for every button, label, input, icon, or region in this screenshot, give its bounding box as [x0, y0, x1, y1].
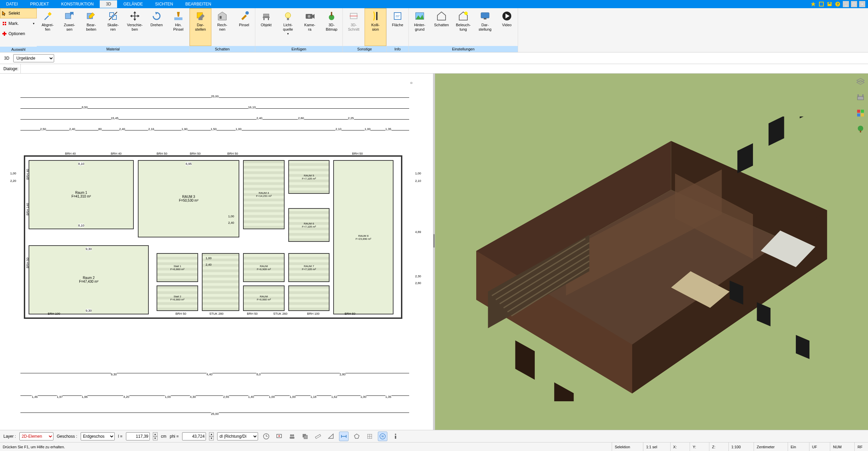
bearbeiten-button[interactable]: Bear-beiten	[80, 8, 102, 46]
object-icon	[261, 11, 272, 21]
sonstige-group-label: Sonstige	[343, 46, 386, 52]
layer-select[interactable]: 2D-Elemen	[19, 432, 53, 440]
einfuegen-group-label: Einfügen	[255, 46, 342, 52]
menu-sichten[interactable]: SICHTEN	[149, 0, 179, 8]
darstellung-button[interactable]: Dar-stellung	[474, 8, 496, 46]
clock-icon[interactable]	[261, 432, 271, 441]
cursor-icon	[2, 11, 7, 16]
darstellen-button[interactable]: Dar-stellen	[190, 8, 211, 46]
phi-input[interactable]	[182, 432, 206, 440]
video-button[interactable]: Video	[496, 8, 518, 46]
svg-rect-69	[757, 302, 770, 326]
pref-icon[interactable]	[818, 1, 824, 7]
skalieren-button[interactable]: Skalie-ren	[102, 8, 124, 46]
verschieben-button[interactable]: Verschie-ben	[124, 8, 146, 46]
furniture-icon[interactable]	[856, 93, 865, 102]
hinpinsel-button[interactable]: Hin.Pinsel	[167, 8, 189, 46]
info-icon[interactable]	[391, 432, 400, 441]
svg-rect-29	[268, 18, 269, 20]
optionen-button[interactable]: Optionen	[0, 29, 37, 39]
maximize-icon[interactable]: ☐	[851, 1, 857, 7]
assign-icon	[64, 11, 75, 21]
material-group: Abgrei-fen Zuwei-sen Bear-beiten Skalie-…	[37, 8, 190, 52]
triangle-icon[interactable]	[326, 432, 336, 441]
layer-dropdown[interactable]: Urgelände	[13, 54, 54, 62]
polygon-icon[interactable]	[352, 432, 361, 441]
l-input[interactable]	[126, 432, 150, 440]
abgreifen-button[interactable]: Abgrei-fen	[37, 8, 59, 46]
main-area: ○ 25,00 8,50 16,10 15,45 2,40 2,80 2,25 …	[0, 74, 868, 430]
flaeche-button[interactable]: m²Fläche	[387, 8, 408, 46]
status-unit: Zentimeter	[754, 442, 777, 451]
svg-rect-7	[3, 22, 4, 23]
room-4: RAUM 4 F=14,231 m²	[243, 160, 284, 229]
svg-rect-67	[800, 116, 815, 119]
minimize-icon[interactable]: _	[843, 1, 849, 7]
zuweisen-button[interactable]: Zuwei-sen	[59, 8, 80, 46]
hintergrund-button[interactable]: Hinter-grund	[409, 8, 431, 46]
window-controls: ? _ ☐ ×	[810, 1, 868, 7]
svg-rect-31	[287, 18, 289, 20]
status-y: Y:	[690, 442, 699, 451]
lichtquelle-button[interactable]: Licht-quelle▼	[277, 8, 299, 46]
svg-rect-9	[3, 24, 4, 25]
menu-3d[interactable]: 3D	[100, 0, 117, 8]
svg-rect-13	[48, 12, 51, 16]
lighting-icon	[458, 11, 469, 21]
help-icon[interactable]: ?	[835, 1, 841, 7]
phi-spinner-down[interactable]: ▼	[209, 436, 214, 440]
svg-point-91	[292, 434, 294, 436]
dialoge-label: Dialoge:	[3, 66, 18, 71]
dl-select[interactable]: dl (Richtung/Di	[217, 432, 258, 440]
svg-marker-100	[354, 434, 359, 438]
materials-icon[interactable]	[856, 108, 865, 118]
close-icon[interactable]: ×	[859, 1, 865, 7]
menu-konstruktion[interactable]: KONSTRUKTION	[55, 0, 100, 8]
room-7b	[288, 285, 329, 311]
beleuchtung-button[interactable]: Beleuch-tung	[452, 8, 474, 46]
status-z: Z:	[709, 442, 718, 451]
auswahl-panel: Selekt Mark. ▼ Optionen Auswahl	[0, 8, 37, 52]
menu-datei[interactable]: DATEI	[0, 0, 24, 8]
status-x: X:	[670, 442, 679, 451]
room-6: RAUM 6 F=7,105 m²	[288, 208, 329, 242]
phi-spinner-up[interactable]: ▲	[209, 432, 214, 436]
menu-projekt[interactable]: PROJEKT	[24, 0, 55, 8]
mark-label: Mark.	[9, 21, 19, 26]
einfuegen-group: Objekt Licht-quelle▼ Kame-ra 3D-Bitmap E…	[255, 8, 343, 52]
3dschnitt-button[interactable]: 3D-Schnitt	[343, 8, 365, 46]
ruler-icon[interactable]	[313, 432, 323, 441]
status-ein: Ein	[788, 442, 799, 451]
monitor-icon[interactable]	[274, 432, 284, 441]
3dbitmap-button[interactable]: 3D-Bitmap	[321, 8, 342, 46]
grid-icon[interactable]	[365, 432, 374, 441]
people-icon[interactable]	[287, 432, 297, 441]
mark-button[interactable]: Mark. ▼	[0, 18, 37, 29]
objekt-button[interactable]: Objekt	[255, 8, 277, 46]
3d-viewport[interactable]	[435, 74, 868, 430]
dim-icon[interactable]	[339, 432, 349, 441]
selekt-button[interactable]: Selekt	[0, 8, 37, 18]
schatten-button[interactable]: Schatten	[431, 8, 452, 46]
kollision-button[interactable]: Kolli-sion	[365, 8, 386, 46]
floorplan-pane[interactable]: ○ 25,00 8,50 16,10 15,45 2,40 2,80 2,25 …	[0, 74, 433, 430]
layers2-icon[interactable]	[300, 432, 310, 441]
star-icon[interactable]	[810, 1, 816, 7]
tree-icon[interactable]	[856, 124, 865, 134]
kamera-button[interactable]: Kame-ra	[299, 8, 321, 46]
rechnen-button[interactable]: Rech-nen	[211, 8, 233, 46]
pinsel-button[interactable]: Pinsel	[233, 8, 255, 46]
dim-text: 2,40	[256, 116, 262, 120]
l-spinner-down[interactable]: ▼	[153, 436, 158, 440]
menu-bearbeiten[interactable]: BEARBEITEN	[179, 0, 218, 8]
l-spinner-up[interactable]: ▲	[153, 432, 158, 436]
svg-rect-110	[395, 436, 396, 439]
layers-icon[interactable]	[856, 77, 865, 87]
menu-gelaende[interactable]: GELÄNDE	[117, 0, 149, 8]
geschoss-select[interactable]: Erdgeschos	[81, 432, 115, 440]
svg-point-90	[290, 434, 292, 436]
drehen-button[interactable]: Drehen	[146, 8, 167, 46]
dim-text: 2,25	[348, 116, 354, 120]
save-icon[interactable]	[826, 1, 833, 7]
compass-icon[interactable]: N	[378, 432, 387, 441]
